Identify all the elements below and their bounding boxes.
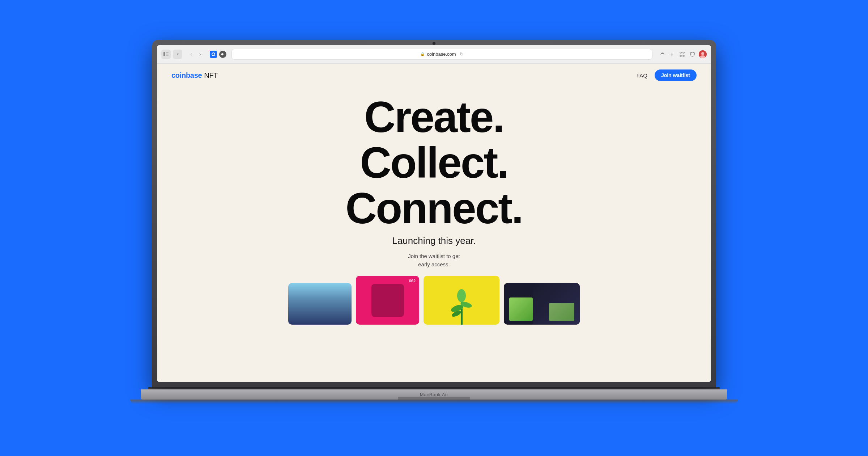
laptop-screen-housing: ▾ ‹ › 🔒 coinbase.com ↻ bbox=[152, 40, 716, 387]
laptop-base: MacBook Air bbox=[141, 389, 727, 400]
nav-right: FAQ Join waitlist bbox=[637, 69, 697, 81]
laptop-wrapper: ▾ ‹ › 🔒 coinbase.com ↻ bbox=[152, 40, 716, 416]
speaker-ext-icon[interactable] bbox=[219, 51, 226, 58]
browser-extensions bbox=[210, 51, 226, 58]
svg-point-12 bbox=[700, 55, 705, 58]
forward-arrow-icon[interactable]: › bbox=[196, 50, 204, 58]
hero-subheading: Launching this year. bbox=[392, 235, 476, 246]
logo-nft-text: NFT bbox=[204, 71, 218, 80]
camera-dot bbox=[433, 42, 435, 45]
nft-card-yellow[interactable] bbox=[424, 276, 499, 325]
nft-strip: 062 bbox=[288, 276, 580, 325]
plant-svg bbox=[450, 285, 473, 325]
svg-rect-3 bbox=[166, 55, 169, 56]
svg-point-11 bbox=[701, 52, 704, 55]
webpage: coinbase NFT FAQ Join waitlist Create. C… bbox=[157, 64, 711, 382]
join-waitlist-button[interactable]: Join waitlist bbox=[655, 69, 697, 81]
laptop-foot bbox=[130, 400, 738, 404]
pink-card-label: 062 bbox=[409, 279, 416, 283]
browser-controls: ▾ bbox=[161, 50, 182, 59]
user-avatar-icon[interactable] bbox=[699, 50, 707, 58]
hero-line-1: Create. bbox=[345, 94, 522, 140]
svg-rect-0 bbox=[163, 52, 165, 56]
browser-chrome: ▾ ‹ › 🔒 coinbase.com ↻ bbox=[157, 45, 711, 64]
back-arrow-icon[interactable]: ‹ bbox=[187, 50, 195, 58]
svg-rect-7 bbox=[683, 52, 684, 53]
chevron-down-icon[interactable]: ▾ bbox=[173, 50, 182, 59]
svg-rect-9 bbox=[683, 55, 684, 56]
coinbase-ext-icon[interactable] bbox=[210, 51, 217, 58]
screen-bezel: ▾ ‹ › 🔒 coinbase.com ↻ bbox=[157, 45, 711, 382]
lock-icon: 🔒 bbox=[420, 52, 425, 56]
nft-card-dark[interactable] bbox=[504, 283, 580, 325]
sidebar-toggle-icon[interactable] bbox=[161, 50, 171, 59]
hero-headline: Create. Collect. Connect. bbox=[345, 94, 522, 231]
site-logo: coinbase NFT bbox=[171, 71, 218, 80]
hero-line-2: Collect. bbox=[345, 140, 522, 185]
hero-desc-line1: Join the waitlist to get bbox=[408, 253, 460, 259]
hero-line-3: Connect. bbox=[345, 185, 522, 231]
svg-rect-6 bbox=[680, 52, 681, 53]
faq-link[interactable]: FAQ bbox=[637, 72, 647, 79]
svg-rect-1 bbox=[166, 52, 169, 53]
logo-coinbase-text: coinbase bbox=[171, 71, 202, 80]
hero-description: Join the waitlist to get early access. bbox=[408, 252, 460, 269]
address-bar[interactable]: 🔒 coinbase.com ↻ bbox=[231, 49, 652, 60]
new-tab-icon[interactable]: + bbox=[668, 51, 676, 58]
reload-icon[interactable]: ↻ bbox=[460, 51, 464, 57]
svg-rect-2 bbox=[166, 54, 169, 55]
svg-rect-8 bbox=[680, 55, 681, 56]
laptop-notch bbox=[398, 397, 470, 400]
svg-point-17 bbox=[457, 289, 466, 302]
hero-desc-line2: early access. bbox=[418, 261, 450, 267]
svg-point-5 bbox=[212, 53, 214, 55]
nft-card-pink[interactable]: 062 bbox=[356, 276, 419, 325]
url-text: coinbase.com bbox=[427, 51, 456, 57]
site-nav: coinbase NFT FAQ Join waitlist bbox=[157, 64, 711, 87]
fullscreen-icon[interactable] bbox=[678, 51, 686, 58]
nav-arrows: ‹ › bbox=[187, 50, 204, 58]
shield-icon[interactable] bbox=[689, 51, 696, 58]
hero-section: Create. Collect. Connect. Launching this… bbox=[157, 87, 711, 382]
share-icon[interactable] bbox=[658, 51, 665, 58]
nft-card-blue[interactable] bbox=[288, 283, 352, 325]
browser-right-icons: + bbox=[658, 50, 707, 58]
